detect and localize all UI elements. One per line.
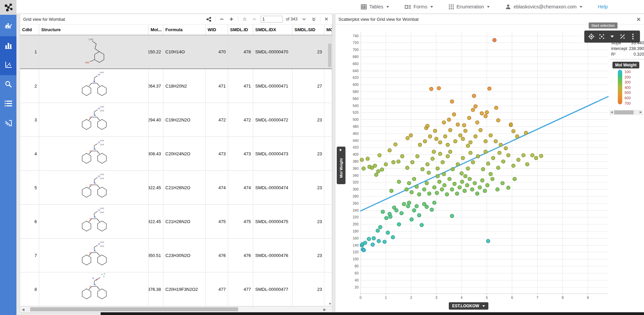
column-header-smdl-id[interactable]: SMDL.ID <box>228 24 253 35</box>
scroll-right-arrow[interactable]: ▶ <box>323 308 326 311</box>
data-point[interactable] <box>539 154 543 158</box>
data-point[interactable] <box>498 151 501 155</box>
data-point[interactable] <box>394 143 397 146</box>
close-grid-panel-button[interactable]: ✕ <box>323 16 329 22</box>
data-point[interactable] <box>435 191 439 195</box>
data-point[interactable] <box>400 155 404 158</box>
data-point[interactable] <box>489 134 492 137</box>
data-point[interactable] <box>426 124 429 128</box>
data-point[interactable] <box>486 239 490 243</box>
zoom-in-button[interactable] <box>228 16 235 22</box>
data-point[interactable] <box>430 208 434 212</box>
scatter-plot[interactable]: 2040608010012014016018020022024026028030… <box>338 29 642 301</box>
data-point[interactable] <box>522 153 525 157</box>
data-point[interactable] <box>392 160 395 164</box>
data-point[interactable] <box>466 167 470 170</box>
data-point[interactable] <box>472 94 476 98</box>
data-point[interactable] <box>499 143 503 147</box>
data-point[interactable] <box>438 141 442 144</box>
data-point[interactable] <box>443 135 447 138</box>
data-point[interactable] <box>485 110 489 114</box>
data-point[interactable] <box>456 162 460 166</box>
data-point[interactable] <box>367 237 371 241</box>
column-header-wid[interactable]: WID <box>206 24 228 35</box>
table-row[interactable]: 4 ONNCH3CH3 308.43 C20H24N2O 473 473 SMD… <box>20 137 332 171</box>
data-point[interactable] <box>517 158 520 162</box>
data-point[interactable] <box>412 177 416 181</box>
y-axis-selector[interactable]: Mol Weight <box>337 147 345 184</box>
data-point[interactable] <box>506 186 510 190</box>
data-point[interactable] <box>422 188 426 191</box>
data-point[interactable] <box>373 164 377 168</box>
scroll-left-arrow[interactable]: ◀ <box>610 110 613 114</box>
data-point[interactable] <box>476 192 479 196</box>
share-button[interactable] <box>205 16 212 22</box>
data-point[interactable] <box>426 162 429 166</box>
data-point[interactable] <box>512 129 515 133</box>
data-point[interactable] <box>427 192 431 196</box>
data-point[interactable] <box>459 134 462 137</box>
data-point[interactable] <box>428 135 432 138</box>
trend-line[interactable] <box>361 97 608 211</box>
data-point[interactable] <box>378 153 381 157</box>
horizontal-scrollbar-thumb[interactable] <box>30 307 238 311</box>
data-point[interactable] <box>442 121 446 124</box>
start-selection-button[interactable] <box>598 33 606 41</box>
data-point[interactable] <box>464 174 467 178</box>
data-point[interactable] <box>417 193 421 196</box>
legend-scrollbar[interactable]: ◀ ▶ <box>609 110 643 115</box>
data-point[interactable] <box>481 167 485 171</box>
data-point[interactable] <box>433 129 437 133</box>
data-point[interactable] <box>450 100 454 103</box>
data-point[interactable] <box>376 229 380 232</box>
data-point[interactable] <box>427 171 431 174</box>
data-point[interactable] <box>388 212 391 216</box>
data-point[interactable] <box>376 169 380 173</box>
data-point[interactable] <box>493 38 496 42</box>
data-point[interactable] <box>421 167 424 171</box>
data-point[interactable] <box>433 186 436 189</box>
data-point[interactable] <box>429 87 433 91</box>
data-point[interactable] <box>462 123 466 127</box>
data-point[interactable] <box>409 134 413 137</box>
data-point[interactable] <box>481 178 484 182</box>
data-point[interactable] <box>476 121 479 124</box>
data-point[interactable] <box>496 118 500 122</box>
table-row[interactable]: 1 CH3HO 150.22 C10H14O 470 478 SMDL-0000… <box>20 35 332 69</box>
data-point[interactable] <box>486 183 489 187</box>
data-point[interactable] <box>447 118 451 121</box>
data-point[interactable] <box>378 225 382 229</box>
data-point[interactable] <box>438 180 441 183</box>
table-row[interactable]: 5 ONNCH3CH3 322.45 C21H26N2O 474 474 SMD… <box>20 171 332 205</box>
data-point[interactable] <box>384 216 388 220</box>
data-point[interactable] <box>388 149 391 152</box>
data-point[interactable] <box>431 157 434 161</box>
data-point[interactable] <box>474 105 477 108</box>
sidebar-item-report[interactable] <box>0 114 16 134</box>
data-point[interactable] <box>512 164 515 168</box>
data-point[interactable] <box>381 210 385 214</box>
data-point[interactable] <box>362 248 366 252</box>
data-point[interactable] <box>437 87 441 90</box>
data-point[interactable] <box>448 128 452 132</box>
vertical-scrollbar-thumb[interactable] <box>328 44 331 67</box>
data-point[interactable] <box>395 209 398 212</box>
data-point[interactable] <box>446 155 449 158</box>
table-row[interactable]: 6 ONNCH3CH3 322.45 C21H26N2O 475 475 SMD… <box>20 205 332 239</box>
zoom-out-button[interactable] <box>218 16 225 22</box>
menu-enumeration[interactable]: Enumeration <box>448 4 490 10</box>
data-point[interactable] <box>486 162 490 165</box>
first-page-button[interactable] <box>241 16 248 22</box>
data-point[interactable] <box>366 157 370 161</box>
data-point[interactable] <box>384 162 388 166</box>
data-point[interactable] <box>451 167 454 171</box>
data-point[interactable] <box>484 150 487 154</box>
last-page-button[interactable] <box>310 16 317 22</box>
data-point[interactable] <box>496 188 499 191</box>
data-point[interactable] <box>407 201 411 205</box>
data-point[interactable] <box>466 144 470 148</box>
data-point[interactable] <box>516 135 519 138</box>
data-point[interactable] <box>390 189 393 193</box>
data-point[interactable] <box>467 116 471 120</box>
data-point[interactable] <box>372 237 376 240</box>
